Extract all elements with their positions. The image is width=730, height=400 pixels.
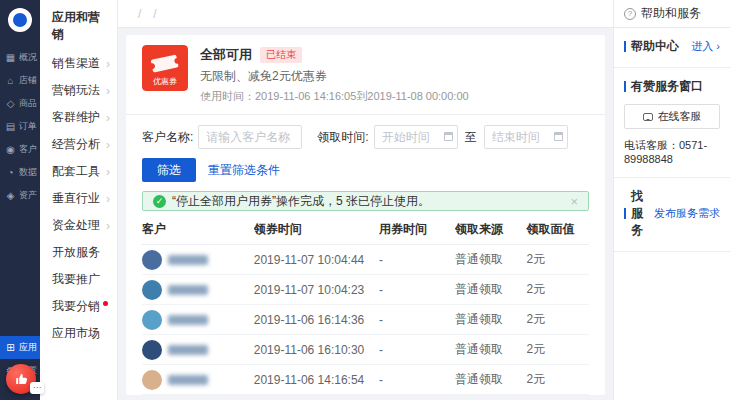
apps-sidebar: 应用和营销 销售渠道 营销玩法 客群维护 经营分析 配套工具 垂直行业 资金处理…: [40, 0, 118, 400]
sidebar-item[interactable]: 经营分析: [40, 131, 117, 158]
primary-nav-item[interactable]: ◉ 客户: [0, 138, 40, 161]
primary-nav-item[interactable]: ◔ 数据: [0, 161, 40, 184]
primary-nav-item[interactable]: ◈ 资产: [0, 184, 40, 207]
nav-icon: ▤: [5, 121, 16, 132]
primary-nav: ▦ 概况 ⌂ 店铺 ◇ 商品 ▤ 订单 ◉ 客户 ◔ 数据 ◈ 资产: [0, 0, 40, 400]
primary-nav-item[interactable]: ◇ 商品: [0, 92, 40, 115]
help-center-enter-link[interactable]: 进入 ›: [691, 39, 720, 54]
customer-cell: [142, 250, 254, 270]
success-alert: ✓ “停止全部用户用券”操作完成，5 张已停止使用。 ×: [142, 191, 589, 211]
sidebar-item-label: 经营分析: [52, 136, 106, 153]
sidebar-item-label: 垂直行业: [52, 190, 106, 207]
end-time-wrap: [484, 125, 568, 149]
nav-label: 资产: [19, 189, 37, 202]
breadcrumb-item[interactable]: [147, 7, 162, 21]
source-cell: 普通领取: [455, 371, 527, 388]
help-panel-header: ? 帮助和服务: [614, 0, 730, 28]
customer-name-input[interactable]: [198, 125, 302, 149]
sidebar-item[interactable]: 资金处理: [40, 212, 117, 239]
chat-bubble-badge[interactable]: ⋯: [30, 382, 44, 394]
primary-nav-item[interactable]: ▤ 订单: [0, 115, 40, 138]
avatar: [142, 280, 162, 300]
phone-service-text: 电话客服：0571-89988848: [624, 138, 720, 165]
value-cell: 2元: [526, 251, 589, 268]
sidebar-item[interactable]: 开放服务: [40, 239, 117, 266]
sidebar-item-label: 营销玩法: [52, 82, 106, 99]
to-label: 至: [463, 129, 479, 146]
primary-nav-item[interactable]: ⌂ 店铺: [0, 69, 40, 92]
customer-name-blurred: [168, 375, 208, 385]
avatar: [142, 370, 162, 390]
use-time-cell: -: [379, 253, 455, 267]
nav-icon: ◇: [5, 98, 16, 109]
coupon-icon: 优惠券: [142, 45, 188, 91]
sidebar-item[interactable]: 我要分销: [40, 293, 117, 320]
main-area: 优惠券 全部可用 已结束 无限制、减免2元优惠券 使用时间：2019-11-06…: [118, 0, 613, 400]
sidebar-item[interactable]: 营销玩法: [40, 77, 117, 104]
nav-label: 店铺: [19, 74, 37, 87]
sidebar-item[interactable]: 应用市场: [40, 320, 117, 347]
coupon-claims-table: 客户 领券时间 用券时间 领取来源 领取面值 2019-11-07 10:04:…: [126, 215, 605, 395]
coupon-description: 无限制、减免2元优惠券: [200, 68, 469, 85]
calendar-icon[interactable]: [444, 132, 453, 141]
receive-time-cell: 2019-11-07 10:04:23: [254, 283, 379, 297]
table-header-row: 客户 领券时间 用券时间 领取来源 领取面值: [142, 215, 589, 245]
sidebar-item[interactable]: 配套工具: [40, 158, 117, 185]
sidebar-item[interactable]: 销售渠道: [40, 50, 117, 77]
filter-reset-link[interactable]: 重置筛选条件: [208, 162, 280, 179]
chevron-right-icon: ›: [716, 40, 720, 52]
app-window: ▦ 概况 ⌂ 店铺 ◇ 商品 ▤ 订单 ◉ 客户 ◔ 数据 ◈ 资产: [0, 0, 730, 400]
service-window-title: 有赞服务窗口: [624, 78, 720, 95]
nav-label: 客户: [19, 143, 37, 156]
sidebar-item-label: 销售渠道: [52, 55, 106, 72]
receive-time-cell: 2019-11-06 16:10:30: [254, 343, 379, 357]
sidebar-title: 应用和营销: [40, 0, 117, 50]
sidebar-item-label: 应用市场: [52, 325, 110, 342]
nav-label: 数据: [19, 166, 37, 179]
nav-label: 应用: [19, 341, 37, 354]
nav-icon: ◔: [5, 167, 16, 178]
table-row: 2019-11-06 14:16:54 - 普通领取 2元: [142, 365, 589, 395]
check-circle-icon: ✓: [153, 195, 166, 208]
coupon-info: 全部可用 已结束 无限制、减免2元优惠券 使用时间：2019-11-06 14:…: [200, 45, 469, 104]
sidebar-item-label: 客群维护: [52, 109, 106, 126]
avatar: [142, 340, 162, 360]
publish-service-link[interactable]: 发布服务需求: [654, 206, 720, 221]
header-use-time: 用券时间: [379, 221, 455, 238]
help-center-title: 帮助中心: [624, 38, 679, 55]
source-cell: 普通领取: [455, 281, 527, 298]
nav-icon: ◈: [5, 190, 16, 201]
breadcrumb-item[interactable]: [132, 7, 147, 21]
coupon-icon-label: 优惠券: [153, 77, 177, 86]
value-cell: 2元: [526, 371, 589, 388]
online-service-button[interactable]: 在线客服: [624, 104, 720, 129]
header-receive-time: 领券时间: [254, 221, 379, 238]
find-service-title: 找服务: [624, 188, 654, 239]
alert-message: “停止全部用户用券”操作完成，5 张已停止使用。: [172, 193, 430, 210]
thumbs-up-icon: [13, 371, 29, 387]
primary-nav-item[interactable]: ▦ 概况: [0, 46, 40, 69]
header-source: 领取来源: [455, 221, 527, 238]
filter-submit-button[interactable]: 筛选: [142, 158, 196, 182]
sidebar-item[interactable]: 垂直行业: [40, 185, 117, 212]
breadcrumb-bar: [118, 0, 613, 28]
primary-nav-item[interactable]: ⊞ 应用: [0, 336, 40, 359]
value-cell: 2元: [526, 311, 589, 328]
source-cell: 普通领取: [455, 251, 527, 268]
customer-name-blurred: [168, 255, 208, 265]
sidebar-item[interactable]: 我要推广: [40, 266, 117, 293]
service-window-section: 有赞服务窗口 在线客服 电话客服：0571-89988848: [614, 68, 730, 178]
use-time-cell: -: [379, 343, 455, 357]
customer-cell: [142, 340, 254, 360]
customer-cell: [142, 310, 254, 330]
sidebar-item[interactable]: 客群维护: [40, 104, 117, 131]
table-row: 2019-11-07 10:04:44 - 普通领取 2元: [142, 245, 589, 275]
calendar-icon[interactable]: [554, 132, 563, 141]
sidebar-item-label: 配套工具: [52, 163, 106, 180]
help-panel-title: 帮助和服务: [641, 5, 701, 22]
customer-name-blurred: [168, 315, 208, 325]
sidebar-item-label: 我要推广: [52, 271, 110, 288]
nav-icon: ◉: [5, 144, 16, 155]
sidebar-item-label: 我要分销: [52, 298, 110, 315]
close-icon[interactable]: ×: [570, 194, 578, 209]
